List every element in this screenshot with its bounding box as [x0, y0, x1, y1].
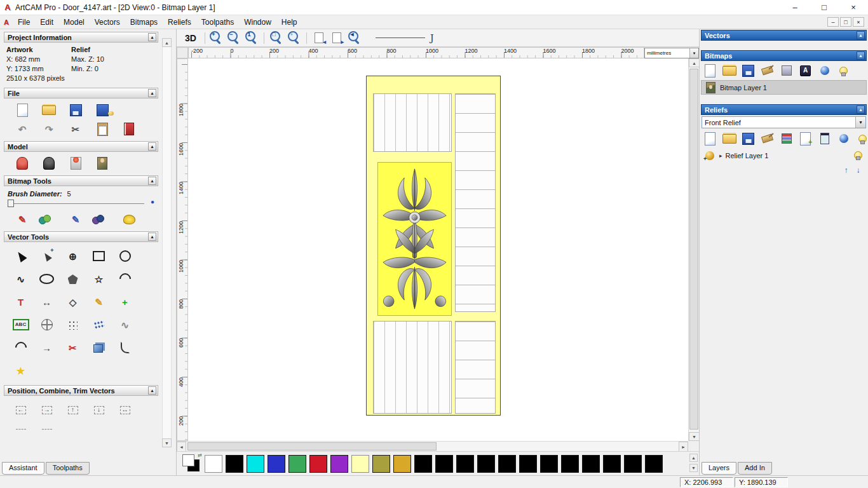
menu-window[interactable]: Window	[239, 16, 276, 29]
add-relief-layer-icon[interactable]: +	[798, 131, 813, 146]
paint-icon[interactable]: ✎	[9, 211, 36, 227]
join-vectors-icon[interactable]: →	[39, 339, 55, 356]
colour-swatch-1[interactable]	[226, 455, 243, 473]
mdi-minimize-button[interactable]: –	[827, 17, 839, 27]
units-dropdown[interactable]: millimetres ▾	[644, 48, 699, 58]
open-relief-icon[interactable]	[722, 131, 736, 146]
move-layer-up-icon[interactable]: ↑	[841, 165, 851, 175]
transform-vectors-icon[interactable]: ⊕	[65, 248, 81, 264]
copy-array-icon[interactable]	[65, 316, 81, 333]
colour-swatch-17[interactable]	[561, 455, 579, 473]
curve-handle[interactable]: J	[430, 33, 434, 43]
export-model-icon[interactable]	[89, 102, 116, 118]
menu-help[interactable]: Help	[276, 16, 302, 29]
swap-colours-icon[interactable]: ⇄	[198, 452, 202, 458]
tab-layers[interactable]: Layers	[702, 462, 736, 475]
move-layer-down-icon[interactable]: ↓	[853, 165, 863, 175]
chevron-down-icon[interactable]: ▾	[689, 48, 698, 58]
extrude-vectors-icon[interactable]	[91, 339, 107, 356]
scroll-up-icon[interactable]: ▲	[689, 454, 698, 462]
new-bitmap-icon[interactable]	[703, 63, 717, 78]
undo-icon[interactable]: ↶	[9, 121, 36, 137]
profile-tool-icon[interactable]	[117, 339, 133, 356]
relief-layer-stack-icon[interactable]	[779, 131, 794, 146]
relief-colour-icon[interactable]	[836, 131, 851, 146]
collapse-icon[interactable]: ▴	[148, 233, 156, 241]
vector-wizard-icon[interactable]: ★	[13, 362, 29, 379]
colour-blend-icon[interactable]	[89, 211, 116, 227]
slider-handle[interactable]	[8, 200, 14, 207]
tab-add-in[interactable]: Add In	[738, 462, 772, 475]
toggle-bitmap-visibility-icon[interactable]	[836, 63, 851, 78]
colour-swatch-15[interactable]	[519, 455, 537, 473]
scroll-down-icon[interactable]: ▼	[689, 432, 700, 441]
invert-model-icon[interactable]	[36, 155, 62, 172]
align-centre-icon[interactable]: ↔	[117, 402, 133, 418]
nesting-icon[interactable]: Nes	[91, 424, 107, 430]
create-polygon-icon[interactable]	[65, 271, 81, 287]
align-top-edge-icon[interactable]: ↑	[65, 402, 81, 418]
paste-along-curve-icon[interactable]	[91, 316, 107, 333]
node-editing-icon[interactable]: +	[39, 248, 55, 264]
save-model-icon[interactable]	[62, 102, 89, 118]
colour-swatch-16[interactable]	[540, 455, 558, 473]
colour-swatch-8[interactable]	[372, 455, 390, 473]
assistant-scrollbar[interactable]: ▲ ▼	[162, 38, 172, 447]
horizontal-scrollbar[interactable]: ◄ ►	[177, 441, 688, 451]
save-bitmap-icon[interactable]	[741, 63, 756, 78]
vertical-scroll-thumb[interactable]	[689, 69, 698, 430]
cut-icon[interactable]: ✂	[62, 121, 89, 137]
fit-curve-icon[interactable]: ∿	[117, 316, 133, 333]
paint-selective-icon[interactable]	[36, 211, 62, 227]
palette-scroll[interactable]: ▲ ▼	[689, 454, 698, 472]
set-model-size-icon[interactable]	[9, 155, 36, 172]
colour-swatch-21[interactable]	[645, 455, 663, 473]
emboss-vectors-icon[interactable]: ✎	[91, 294, 107, 310]
notes-icon[interactable]	[116, 121, 142, 137]
collapse-icon[interactable]: ▴	[857, 51, 865, 60]
colour-swatch-19[interactable]	[603, 455, 621, 473]
zoom-box-icon[interactable]: ▫	[286, 30, 302, 46]
menu-vectors[interactable]: Vectors	[90, 16, 125, 29]
open-bitmap-icon[interactable]	[722, 63, 736, 78]
collapse-icon[interactable]: ▴	[148, 89, 156, 97]
redo-icon[interactable]: ↷	[36, 121, 62, 137]
create-circle-icon[interactable]	[117, 248, 133, 264]
mdi-restore-button[interactable]: □	[840, 17, 851, 27]
zoom-previous-icon[interactable]: ◄	[346, 30, 363, 46]
align-left-edge-icon[interactable]: ←	[13, 402, 29, 418]
tab-toolpaths[interactable]: Toolpaths	[46, 462, 90, 475]
bitmap-layer-item[interactable]: Bitmap Layer 1	[701, 80, 867, 95]
visibility-bulb-icon[interactable]	[851, 149, 864, 162]
collapse-icon[interactable]: ▴	[148, 386, 156, 395]
previous-view-icon[interactable]: ◂	[311, 30, 327, 46]
menu-file[interactable]: File	[13, 16, 35, 29]
bitmap-contrast-icon[interactable]: A	[798, 63, 813, 78]
pick-colour-icon[interactable]: ✎	[62, 211, 89, 227]
block-copy-icon[interactable]: +	[117, 294, 133, 310]
vertical-scrollbar[interactable]: ▲ ▼	[688, 58, 699, 441]
create-star-icon[interactable]: ☆	[91, 271, 107, 287]
wrap-mesh-icon[interactable]	[39, 316, 55, 333]
zoom-1-1-icon[interactable]: 1	[243, 30, 260, 46]
toggle-relief-visibility-icon[interactable]	[855, 131, 868, 146]
colour-swatch-3[interactable]	[268, 455, 285, 473]
colour-swatch-11[interactable]	[435, 455, 453, 473]
new-relief-icon[interactable]	[703, 131, 717, 146]
drawing-canvas[interactable]	[188, 58, 688, 441]
collapse-icon[interactable]: ▴	[857, 105, 865, 114]
view-3d-button[interactable]: 3D	[182, 32, 200, 44]
paint-bitmap-icon[interactable]	[760, 63, 775, 78]
colour-swatch-14[interactable]	[498, 455, 516, 473]
menu-toolpaths[interactable]: Toolpaths	[196, 16, 239, 29]
create-rectangle-icon[interactable]	[91, 248, 107, 264]
chevron-down-icon[interactable]: ▾	[855, 117, 865, 128]
colour-swatch-0[interactable]	[205, 455, 222, 473]
collapse-icon[interactable]: ▴	[857, 31, 865, 39]
menu-model[interactable]: Model	[58, 16, 90, 29]
colour-swatch-10[interactable]	[414, 455, 432, 473]
merge-bitmaps-icon[interactable]	[779, 63, 794, 78]
colour-swatch-7[interactable]	[351, 455, 369, 473]
align-right-edge-icon[interactable]: →	[39, 402, 55, 418]
open-model-icon[interactable]	[36, 102, 62, 118]
